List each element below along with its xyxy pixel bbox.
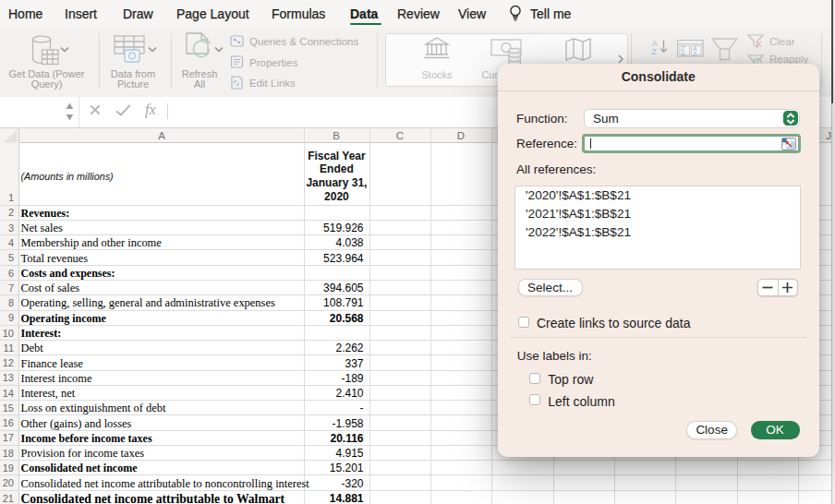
svg-text:A: A (681, 51, 685, 57)
svg-text:Z: Z (693, 51, 697, 57)
svg-text:Z: Z (652, 47, 657, 55)
